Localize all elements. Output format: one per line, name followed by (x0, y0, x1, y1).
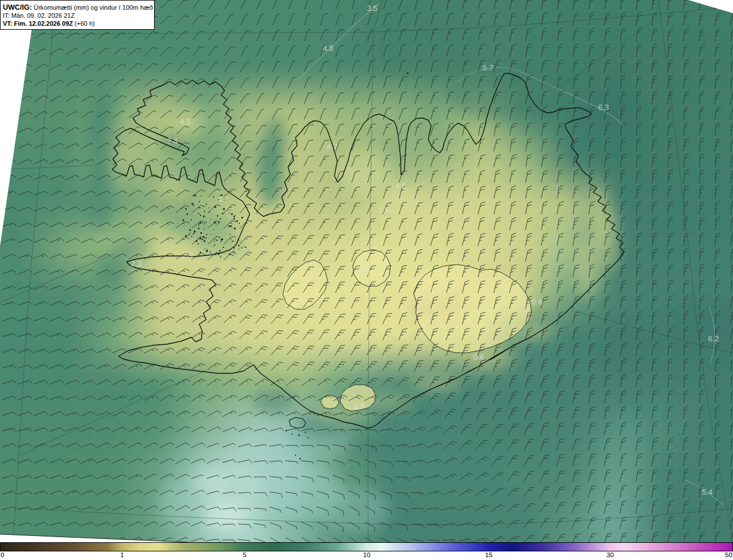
svg-text:6.3: 6.3 (598, 103, 609, 112)
svg-text:5.4: 5.4 (702, 488, 713, 496)
svg-text:2.3: 2.3 (131, 259, 142, 268)
svg-text:6.2: 6.2 (708, 334, 719, 343)
svg-text:3.5: 3.5 (367, 4, 378, 13)
svg-text:0.7: 0.7 (430, 287, 441, 296)
svg-text:5.7: 5.7 (483, 64, 494, 72)
svg-text:1.9: 1.9 (354, 402, 365, 411)
svg-text:4.8: 4.8 (323, 44, 334, 53)
svg-text:2.4: 2.4 (183, 250, 194, 259)
svg-text:4.7: 4.7 (327, 143, 338, 151)
svg-text:4.7: 4.7 (218, 195, 229, 204)
svg-text:0.9: 0.9 (360, 267, 371, 276)
svg-text:4.5: 4.5 (180, 117, 191, 126)
svg-text:0.6: 0.6 (532, 298, 543, 306)
svg-text:0.6: 0.6 (474, 353, 484, 361)
svg-text:4.5: 4.5 (396, 182, 407, 190)
svg-text:1.6: 1.6 (379, 206, 389, 214)
svg-text:2.4: 2.4 (167, 137, 178, 145)
